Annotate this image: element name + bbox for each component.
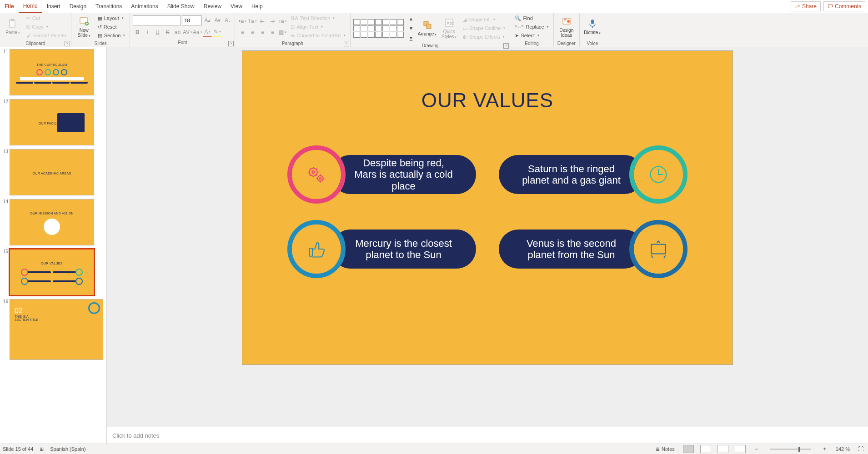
tab-review[interactable]: Review: [199, 0, 226, 13]
shapes-down-icon[interactable]: ▾: [406, 24, 416, 33]
share-button[interactable]: Share: [791, 1, 821, 11]
status-language[interactable]: Spanish (Spain): [50, 446, 85, 452]
clear-format-icon[interactable]: Aₓ: [223, 16, 232, 25]
design-ideas-button[interactable]: Design Ideas: [557, 14, 577, 40]
zoom-level[interactable]: 142 %: [836, 446, 850, 452]
align-right-button[interactable]: ≡: [258, 28, 267, 37]
reading-view-button[interactable]: [717, 445, 728, 453]
value-text-2: Saturn is the ringed planet and a gas gi…: [499, 155, 644, 194]
zoom-slider[interactable]: [770, 449, 811, 450]
change-case-button[interactable]: Aa: [193, 28, 202, 37]
canvas-scroll[interactable]: OUR VALUES Despite being red, Mars is ac…: [107, 47, 868, 427]
effects-icon: ◐: [463, 34, 467, 40]
shapes-more-icon[interactable]: ▾̲: [406, 33, 416, 42]
shapes-up-icon[interactable]: ▴: [406, 14, 416, 23]
align-center-button[interactable]: ≡: [248, 28, 257, 37]
tab-file[interactable]: File: [0, 0, 19, 13]
tab-slideshow[interactable]: Slide Show: [163, 0, 199, 13]
paragraph-dialog-launcher[interactable]: ↘: [344, 41, 349, 46]
increase-font-icon[interactable]: A▴: [203, 16, 212, 25]
fit-to-window-button[interactable]: ⛶: [856, 444, 865, 454]
select-button[interactable]: ➤Select: [513, 31, 550, 40]
tab-view[interactable]: View: [226, 0, 247, 13]
quick-styles-icon: Abc: [444, 17, 455, 28]
char-spacing-button[interactable]: AV: [183, 28, 192, 37]
bold-button[interactable]: B: [133, 28, 142, 37]
font-color-button[interactable]: A: [203, 27, 212, 37]
align-left-button[interactable]: ≡: [238, 28, 247, 37]
arrange-button[interactable]: Arrange: [417, 15, 437, 41]
copy-icon: ⧉: [26, 24, 30, 30]
tab-insert[interactable]: Insert: [42, 0, 65, 13]
tab-transitions[interactable]: Transitions: [91, 0, 126, 13]
zoom-in-button[interactable]: +: [820, 444, 829, 454]
ribbon: Paste ✂Cut ⧉Copy 🖌Format Painter Clipboa…: [0, 13, 868, 47]
group-drawing: ▴ ▾ ▾̲ Arrange Abc Quick Styles ◢Shape F…: [351, 13, 511, 47]
italic-button[interactable]: I: [143, 28, 152, 37]
tab-animations[interactable]: Animations: [126, 0, 162, 13]
notes-pane[interactable]: Click to add notes: [107, 427, 868, 444]
clock-icon: [629, 145, 687, 204]
align-text-button[interactable]: ⊟Align Text: [289, 23, 347, 31]
section-button[interactable]: ▤Section: [96, 31, 127, 40]
indent-button[interactable]: ⇥: [268, 17, 277, 26]
shape-effects-button[interactable]: ◐Shape Effects: [461, 33, 507, 41]
font-size-input[interactable]: [182, 15, 202, 25]
outdent-button[interactable]: ⇤: [258, 17, 267, 26]
thumb-16[interactable]: 16 02 THIS IS A SECTION TITLE: [0, 297, 106, 362]
tab-design[interactable]: Design: [65, 0, 91, 13]
accessibility-icon[interactable]: ⊞: [40, 446, 44, 452]
decrease-font-icon[interactable]: A▾: [213, 16, 222, 25]
normal-view-button[interactable]: [683, 445, 694, 453]
thumb-11[interactable]: 11 THE CURRICULUM: [0, 47, 106, 97]
reset-button[interactable]: ↺Reset: [96, 23, 127, 31]
shape-fill-button[interactable]: ◢Shape Fill: [461, 15, 507, 24]
columns-button[interactable]: ▥: [278, 28, 287, 37]
svg-point-14: [320, 178, 321, 180]
group-label-clipboard: Clipboard: [25, 41, 45, 46]
format-painter-button[interactable]: 🖌Format Painter: [25, 31, 68, 40]
group-label-designer: Designer: [557, 41, 576, 46]
copy-button[interactable]: ⧉Copy: [25, 23, 68, 31]
quick-styles-button[interactable]: Abc Quick Styles: [439, 15, 459, 41]
tab-help[interactable]: Help: [247, 0, 267, 13]
shapes-gallery[interactable]: [353, 19, 404, 38]
clipboard-dialog-launcher[interactable]: ↘: [65, 41, 70, 46]
strike-button[interactable]: S: [163, 28, 172, 37]
layout-button[interactable]: ▦Layout: [96, 14, 127, 22]
group-editing: 🔍Find ᵃ↔ᵇReplace ➤Select Editing: [510, 13, 553, 47]
comments-button[interactable]: Comments: [823, 1, 865, 11]
find-button[interactable]: 🔍Find: [513, 14, 550, 22]
thumb-14[interactable]: 14 OUR MISSION AND VISION: [0, 197, 106, 247]
justify-button[interactable]: ≡: [268, 28, 277, 37]
svg-text:Abc: Abc: [447, 21, 454, 26]
cut-button[interactable]: ✂Cut: [25, 14, 68, 22]
thumb-15[interactable]: 15 OUR VALUES: [0, 247, 106, 297]
dictate-button[interactable]: Dictate: [582, 14, 602, 40]
replace-button[interactable]: ᵃ↔ᵇReplace: [513, 23, 550, 31]
font-name-input[interactable]: [133, 15, 181, 25]
thumbnail-pane[interactable]: 11 THE CURRICULUM 12 OUR FACILITIES 13 O…: [0, 47, 107, 444]
smartart-button[interactable]: ⇛Convert to SmartArt: [289, 31, 347, 40]
zoom-out-button[interactable]: −: [752, 444, 761, 454]
tab-home[interactable]: Home: [19, 0, 42, 13]
paste-button[interactable]: Paste: [3, 14, 23, 40]
slideshow-view-button[interactable]: [735, 445, 746, 453]
text-direction-button[interactable]: ⇅AText Direction: [289, 14, 347, 22]
new-slide-button[interactable]: New Slide: [74, 14, 94, 40]
shape-outline-button[interactable]: ▭Shape Outline: [461, 24, 507, 32]
bullets-button[interactable]: •≡: [238, 17, 247, 26]
notes-toggle[interactable]: ≣Notes: [654, 445, 677, 453]
group-label-editing: Editing: [525, 41, 539, 46]
shadow-button[interactable]: ab: [173, 28, 182, 37]
numbering-button[interactable]: 1≡: [248, 17, 257, 26]
sorter-view-button[interactable]: [700, 445, 711, 453]
slide-canvas[interactable]: OUR VALUES Despite being red, Mars is ac…: [242, 51, 733, 364]
thumb-12[interactable]: 12 OUR FACILITIES: [0, 97, 106, 147]
arrange-icon: [422, 20, 433, 30]
underline-button[interactable]: U: [153, 28, 162, 37]
line-spacing-button[interactable]: ↕≡: [278, 17, 287, 26]
highlight-button[interactable]: ✎: [213, 27, 222, 37]
font-dialog-launcher[interactable]: ↘: [228, 41, 234, 46]
thumb-13[interactable]: 13 OUR ACADEMIC AREAS: [0, 147, 106, 197]
